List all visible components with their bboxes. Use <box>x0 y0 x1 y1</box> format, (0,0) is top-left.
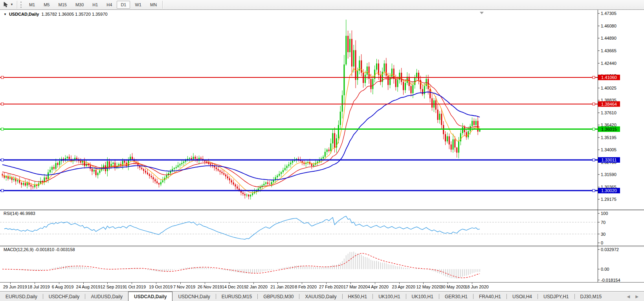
tab-scroll-right-icon[interactable]: ▶ <box>635 294 638 299</box>
macd-label: MACD(12,26,9) -0.001810 -0.003158 <box>4 247 75 252</box>
price-tick-label: 1.34005 <box>601 147 616 152</box>
mt4-window: ▼ M1M5M15M30H1H4D1W1MN 1.473051.460801.4… <box>0 0 644 301</box>
toolbar-separator <box>162 1 163 9</box>
chart-title: ▼USDCAD,Daily 1.35782 1.36005 1.35720 1.… <box>4 12 108 17</box>
chart-tab-hk50-h1[interactable]: HK50,H1 <box>343 292 373 301</box>
date-label: 30 May 2020 <box>440 284 466 289</box>
date-label: 7 Nov 2019 <box>173 284 195 289</box>
date-tick <box>448 283 448 284</box>
timeframe-button-m15[interactable]: M15 <box>54 1 70 9</box>
date-tick <box>205 283 205 284</box>
date-label: 14 Dec 2019 <box>222 284 246 289</box>
svg-text:1.33011: 1.33011 <box>602 158 617 162</box>
rsi-axis-label: 70 <box>601 220 605 225</box>
svg-text:1.38464: 1.38464 <box>601 102 617 106</box>
macd-axis-label: 0.00 <box>601 267 609 272</box>
rsi-axis-label: 30 <box>601 232 605 237</box>
timeframe-button-m1[interactable]: M1 <box>25 1 39 9</box>
chart-tab-xauusd-daily[interactable]: XAUUSD,Daily <box>299 292 342 301</box>
timeframe-button-mn[interactable]: MN <box>146 1 161 9</box>
price-tick-label: 1.42440 <box>601 61 616 66</box>
svg-text:1.30020: 1.30020 <box>601 188 617 193</box>
date-label: 4 Apr 2020 <box>368 284 389 289</box>
date-label: 18 Jul 2019 <box>28 284 50 289</box>
date-label: 29 Jun 2019 <box>3 284 27 289</box>
chart-tab-usoil-h4[interactable]: USOil,H4 <box>507 292 538 301</box>
chart-tab-eurusd-m15[interactable]: EURUSD,M15 <box>216 292 257 301</box>
date-tick <box>423 283 424 284</box>
date-label: 2 Jan 2020 <box>246 284 268 289</box>
chart-title-ohlc: 1.35782 1.36005 1.35720 1.35970 <box>41 12 107 17</box>
price-tick-label: 1.46080 <box>601 24 616 28</box>
rsi-axis-label: 0 <box>601 240 603 245</box>
rsi-indicator-canvas[interactable]: 10070300 <box>0 209 644 246</box>
cursor-tool-button[interactable]: ▼ <box>0 1 16 9</box>
cursor-tool-icon <box>3 2 9 8</box>
tab-scroll-left-icon[interactable]: ◀ <box>627 294 630 299</box>
rsi-axis-label: 100 <box>601 211 608 216</box>
timeframe-buttons: M1M5M15M30H1H4D1W1MN <box>25 1 161 9</box>
rsi-label: RSI(14) 46.9983 <box>4 211 35 216</box>
chart-menu-caret-icon[interactable]: ▼ <box>4 13 7 16</box>
date-axis[interactable]: 29 Jun 201918 Jul 20196 Aug 201924 Aug 2… <box>0 282 644 291</box>
price-tick-label: 1.44890 <box>601 36 616 40</box>
chart-tab-usdcnh-daily[interactable]: USDCNH,Daily <box>172 292 215 301</box>
toolbar-separator <box>17 1 17 9</box>
price-tag-1.38464: 1.38464 <box>598 101 620 107</box>
date-label: 24 Aug 2019 <box>76 284 101 289</box>
timeframes-toolbar: ▼ M1M5M15M30H1H4D1W1MN <box>0 0 644 10</box>
price-tick-label: 1.40025 <box>601 86 616 90</box>
chart-tab-uk100-h1[interactable]: UK100,H1 <box>406 292 439 301</box>
date-tick <box>375 283 375 284</box>
date-tick <box>180 283 181 284</box>
price-tick-label: 1.43665 <box>601 48 616 53</box>
cursor-tool-caret-icon[interactable]: ▼ <box>10 3 13 6</box>
date-label: 17 Mar 2020 <box>343 284 368 289</box>
price-tag-1.33011: 1.33011 <box>598 157 620 163</box>
date-label: 18 Jun 2020 <box>465 284 489 289</box>
timeframe-button-w1[interactable]: W1 <box>131 1 145 9</box>
date-tick <box>59 283 59 284</box>
main-chart-canvas[interactable]: 1.473051.460801.448901.436651.424401.412… <box>0 10 644 209</box>
date-tick <box>132 283 132 284</box>
macd-indicator-canvas[interactable]: 0.0329720.00-0.018154 <box>0 246 644 282</box>
macd-axis-label: 0.032972 <box>601 247 619 252</box>
date-tick <box>302 283 302 284</box>
chart-tab-eurusd-daily[interactable]: EURUSD,Daily <box>0 292 43 301</box>
chart-tab-usdjpy-h1[interactable]: USDJPY,H1 <box>538 292 574 301</box>
date-label: 23 Apr 2020 <box>392 284 415 289</box>
svg-text:1.41060: 1.41060 <box>601 75 617 80</box>
chart-tab-fra40-h1[interactable]: FRA40,H1 <box>473 292 506 301</box>
macd-axis-label: -0.018154 <box>601 278 620 283</box>
price-tick-label: 1.37610 <box>601 110 616 115</box>
date-tick <box>472 283 472 284</box>
price-tick-label: 1.47305 <box>601 11 616 16</box>
chart-window: 1.473051.460801.448901.436651.424401.412… <box>0 10 644 301</box>
toolbar-grip-handle[interactable] <box>20 2 22 8</box>
chart-tab-usdcad-daily[interactable]: USDCAD,Daily <box>128 292 172 301</box>
date-label: 19 Oct 2019 <box>149 284 172 289</box>
timeframe-button-d1[interactable]: D1 <box>117 1 130 9</box>
chart-tab-usdchf-daily[interactable]: USDCHF,Daily <box>43 292 85 301</box>
chart-tab-ger30-h1[interactable]: GER30,H1 <box>439 292 473 301</box>
svg-text:1.36015: 1.36015 <box>601 127 617 132</box>
timeframe-button-m5[interactable]: M5 <box>40 1 53 9</box>
date-label: 21 Jan 2020 <box>270 284 294 289</box>
date-label: 12 Sep 2019 <box>100 284 125 289</box>
date-tick <box>399 283 400 284</box>
date-tick <box>277 283 278 284</box>
chart-tab-uk100-h1[interactable]: UK100,H1 <box>373 292 405 301</box>
timeframe-button-h4[interactable]: H4 <box>103 1 116 9</box>
price-tag-1.30020: 1.30020 <box>598 188 620 193</box>
chart-tab-dj30-m15[interactable]: DJ30,M15 <box>575 292 607 301</box>
timeframe-button-m30[interactable]: M30 <box>72 1 88 9</box>
chart-tab-bar: EURUSD,DailyUSDCHF,DailyAUDUSD,DailyUSDC… <box>0 291 644 301</box>
chart-tab-audusd-daily[interactable]: AUDUSD,Daily <box>85 292 128 301</box>
date-tick <box>253 283 254 284</box>
date-label: 26 Nov 2019 <box>198 284 222 289</box>
chart-tab-gbpusd-m30[interactable]: GBPUSD,M30 <box>258 292 299 301</box>
timeframe-button-h1[interactable]: H1 <box>88 1 102 9</box>
date-tick <box>107 283 108 284</box>
date-tick <box>10 283 11 284</box>
chart-title-symbol: USDCAD,Daily <box>9 12 39 17</box>
